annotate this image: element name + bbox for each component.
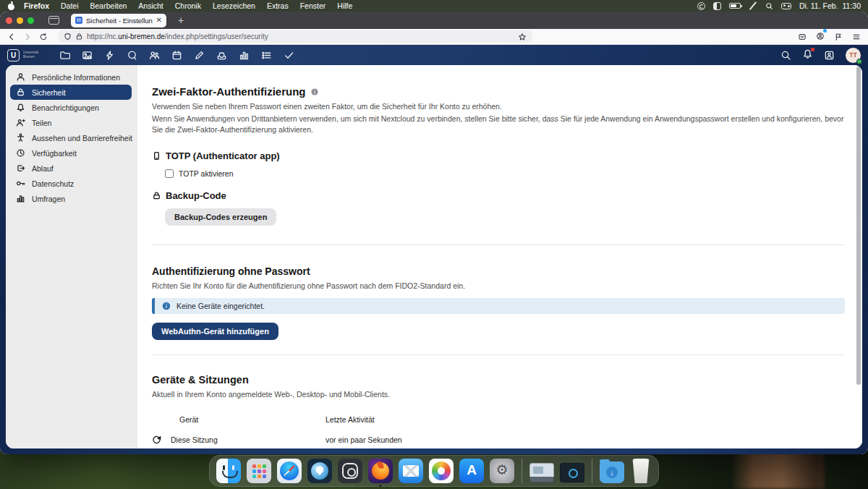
app-menu-hamburger-icon[interactable]	[852, 33, 861, 41]
tab-favicon	[75, 17, 82, 24]
generate-backup-codes-button[interactable]: Backup-Codes erzeugen	[165, 208, 276, 226]
dock-mail-icon[interactable]	[399, 459, 423, 483]
mail-app-icon[interactable]	[210, 45, 233, 65]
menu-chronik[interactable]: Chronik	[169, 1, 207, 10]
tab-close-icon[interactable]: ✕	[156, 17, 162, 24]
close-window-button[interactable]	[6, 17, 12, 24]
dock-trash-icon[interactable]	[630, 459, 652, 483]
talk-app-icon[interactable]	[121, 45, 143, 65]
adobe-cc-menubar-icon[interactable]	[697, 2, 705, 10]
extension-flag-icon[interactable]	[834, 33, 843, 41]
devices-desc: Aktuell in Ihrem Konto angemeldete Web-,…	[152, 389, 845, 400]
sidebar-item-surveys[interactable]: Umfragen	[10, 191, 132, 206]
pocket-icon[interactable]	[798, 33, 807, 41]
menu-fenster[interactable]: Fenster	[294, 1, 332, 10]
contacts-app-icon[interactable]	[143, 45, 166, 65]
tab-bar: Sicherheit - Einstellungen - Uni ✕ +	[0, 12, 868, 29]
dock-screenshot-icon[interactable]	[338, 459, 362, 483]
calendar-app-icon[interactable]	[166, 45, 188, 65]
activity-app-icon[interactable]	[98, 45, 121, 65]
info-icon[interactable]	[310, 88, 319, 96]
passwordless-heading: Authentifizierung ohne Passwort	[152, 265, 845, 277]
menu-extras[interactable]: Extras	[261, 1, 294, 10]
reload-button[interactable]	[39, 33, 48, 41]
firefox-view-icon[interactable]	[48, 16, 59, 25]
sidebar-label: Persönliche Informationen	[32, 73, 120, 82]
running-indicator	[380, 485, 382, 487]
display-menubar-icon[interactable]	[713, 2, 721, 10]
sidebar-item-privacy[interactable]: Datenschutz	[10, 176, 132, 191]
sidebar-item-availability[interactable]: Verfügbarkeit	[10, 145, 132, 161]
notes-app-icon[interactable]	[188, 45, 210, 65]
totp-checkbox-label[interactable]: TOTP aktivieren	[179, 169, 233, 178]
dock-minimized-window-2-icon[interactable]	[560, 463, 584, 482]
device-actions-empty	[434, 429, 463, 448]
sidebar-label: Aussehen und Barrierefreiheit	[32, 134, 132, 143]
zoom-window-button[interactable]	[27, 17, 34, 24]
dock-finder-icon[interactable]	[216, 459, 241, 483]
bookmark-star-icon[interactable]	[518, 33, 527, 41]
add-webauthn-device-button[interactable]: WebAuthn-Gerät hinzufügen	[152, 323, 278, 340]
dock-system-settings-icon[interactable]	[490, 459, 514, 483]
sidebar-item-flow[interactable]: Ablauf	[10, 161, 132, 176]
battery-icon[interactable]	[729, 3, 741, 9]
menubar-clock[interactable]: Di. 11. Feb. 11:30	[799, 1, 861, 10]
user-avatar[interactable]: TT	[846, 48, 861, 63]
apple-menu-icon[interactable]	[7, 2, 15, 10]
dock-downloads-folder-icon[interactable]	[600, 462, 624, 483]
tracking-shield-icon[interactable]	[64, 33, 72, 41]
totp-checkbox[interactable]	[165, 169, 174, 178]
col-header-device: Gerät	[171, 410, 326, 429]
dock-security-app-icon[interactable]	[307, 459, 332, 483]
dock-safari-icon[interactable]	[277, 459, 302, 483]
minimize-window-button[interactable]	[17, 17, 23, 24]
sidebar-item-personal-info[interactable]: Persönliche Informationen	[10, 69, 132, 85]
new-tab-button[interactable]: +	[178, 15, 184, 25]
notifications-bell-icon[interactable]	[802, 48, 813, 62]
tasks-list-app-icon[interactable]	[255, 45, 278, 65]
firefox-account-icon[interactable]	[816, 30, 825, 43]
navigation-toolbar: https://nc.uni-bremen.de/index.php/setti…	[0, 29, 868, 45]
sidebar-label: Verfügbarkeit	[32, 149, 77, 158]
spotlight-search-icon[interactable]	[765, 2, 773, 10]
menu-lesezeichen[interactable]: Lesezeichen	[207, 1, 261, 10]
menu-ansicht[interactable]: Ansicht	[132, 1, 169, 10]
back-button[interactable]	[7, 33, 16, 41]
control-center-icon[interactable]	[781, 3, 791, 9]
sidebar-item-notifications[interactable]: Benachrichtigungen	[10, 100, 132, 115]
sidebar-item-sharing[interactable]: Teilen	[10, 115, 132, 130]
logo-text: UniversitätBremen	[23, 51, 38, 59]
logo-letter: U	[7, 49, 20, 61]
menu-datei[interactable]: Datei	[55, 1, 85, 10]
dock-photos-icon[interactable]	[429, 459, 454, 483]
contacts-menu-icon[interactable]	[824, 50, 835, 61]
page-scrollbar[interactable]	[856, 67, 861, 385]
stylus-menubar-icon[interactable]	[749, 1, 757, 10]
dock-firefox-icon[interactable]	[368, 459, 393, 483]
col-header-actions	[434, 410, 463, 429]
files-app-icon[interactable]	[54, 45, 76, 65]
backup-code-heading: Backup-Code	[152, 190, 845, 201]
tasks-check-app-icon[interactable]	[278, 45, 300, 65]
dock-divider	[592, 459, 592, 483]
sidebar-item-accessibility[interactable]: Aussehen und Barrierefreiheit	[10, 130, 132, 145]
dock-minimized-window-icon[interactable]	[529, 463, 554, 482]
smartphone-icon	[152, 151, 161, 161]
forward-button[interactable]	[23, 33, 32, 41]
analytics-app-icon[interactable]	[233, 45, 255, 65]
unified-search-icon[interactable]	[780, 50, 791, 61]
uni-bremen-logo[interactable]: U UniversitätBremen	[7, 49, 49, 61]
menu-hilfe[interactable]: Hilfe	[331, 1, 358, 10]
app-navigation	[54, 45, 300, 65]
sidebar-item-security[interactable]: Sicherheit	[10, 85, 132, 100]
dock-launchpad-icon[interactable]	[247, 459, 271, 483]
menu-firefox[interactable]: Firefox	[18, 1, 55, 10]
info-circle-icon	[162, 302, 171, 310]
menu-bearbeiten[interactable]: Bearbeiten	[85, 1, 133, 10]
dock-app-store-icon[interactable]	[459, 459, 484, 483]
account-badge	[823, 29, 827, 33]
photos-app-icon[interactable]	[76, 45, 98, 65]
url-bar[interactable]: https://nc.uni-bremen.de/index.php/setti…	[58, 30, 532, 43]
connection-lock-icon[interactable]	[75, 33, 83, 41]
browser-tab[interactable]: Sicherheit - Einstellungen - Uni ✕	[71, 14, 166, 27]
